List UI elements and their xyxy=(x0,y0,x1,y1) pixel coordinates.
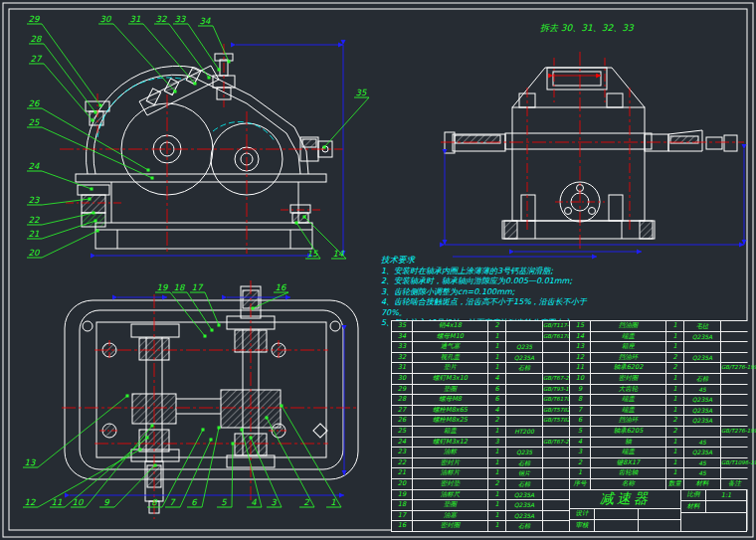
bom-cell: 2 xyxy=(488,416,505,426)
balloon-leader-dot xyxy=(208,77,211,80)
removed-parts-note: 拆去 30、31、32、33 xyxy=(540,23,635,33)
bom-cell xyxy=(543,363,570,373)
balloon-number: 13 xyxy=(25,457,36,467)
bom-cell: HT200 xyxy=(506,427,542,437)
bom-cell xyxy=(506,332,542,342)
bom-cell xyxy=(543,448,570,457)
balloon-number: 10 xyxy=(73,497,85,507)
balloon-leader-dot xyxy=(281,405,284,408)
bom-cell xyxy=(543,468,570,478)
bom-cell: 6 xyxy=(488,385,505,395)
bom-cell: GB/T1096-199 xyxy=(721,458,748,468)
bom-header-cell: 备注 xyxy=(721,479,748,489)
balloon-number: 30 xyxy=(100,14,112,24)
balloon-number: 2 xyxy=(303,497,309,507)
bom-cell: GB/T6170-2000 xyxy=(543,332,570,342)
bom-cell: 45 xyxy=(684,385,720,395)
balloon-number: 28 xyxy=(31,34,43,44)
balloon-number: 35 xyxy=(356,88,367,97)
bom-cell xyxy=(684,342,720,352)
bom-cell xyxy=(721,468,748,478)
bom-cell: 31 xyxy=(392,363,412,373)
bom-cell: 7 xyxy=(570,406,590,416)
balloon-number: 11 xyxy=(52,497,63,507)
bom-cell: 1 xyxy=(488,500,505,510)
bom-cell xyxy=(543,500,570,510)
checker-label: 审核 xyxy=(570,520,594,531)
bom-cell: 28 xyxy=(392,395,412,405)
bom-cell: 45 xyxy=(684,468,720,478)
balloon-leader-dot xyxy=(202,429,205,432)
bom-cell: Q235 xyxy=(506,448,542,457)
balloon-number: 19 xyxy=(157,282,168,292)
bom-cell: 3 xyxy=(570,448,590,457)
bom-cell: 挡油圈 xyxy=(591,321,665,331)
bom-cell: 垫圈 xyxy=(413,385,487,395)
balloon-leader-dot xyxy=(252,307,255,310)
bom-cell: Q235A xyxy=(506,511,542,521)
balloon-leader-dot xyxy=(232,443,235,446)
balloon-leader-dot xyxy=(323,146,326,149)
bom-cell: 1 xyxy=(488,353,505,363)
balloon-leader-dot xyxy=(154,464,157,467)
balloon-number: 20 xyxy=(29,248,41,258)
bom-cell: 27 xyxy=(392,406,412,416)
bom-cell: 4 xyxy=(488,374,505,384)
tech-note-line: 3、齿轮侧隙小调整为cn=0.100mm; xyxy=(381,287,595,298)
bom-cell: 大齿轮 xyxy=(591,385,665,395)
bom-cell: 石棉 xyxy=(684,374,720,384)
balloon-leader-line xyxy=(42,24,100,105)
bom-cell xyxy=(721,374,748,384)
bom-cell: 轴 xyxy=(591,438,665,448)
bom-cell: 1 xyxy=(666,468,683,478)
balloon-leader-line xyxy=(232,444,233,507)
balloon-number: 32 xyxy=(156,14,167,24)
balloon-number: 8 xyxy=(151,497,158,507)
bom-cell: 箱座 xyxy=(591,342,665,352)
balloon-leader-line xyxy=(42,127,152,178)
bom-cell: 密封片 xyxy=(413,458,487,468)
bom-cell: 5 xyxy=(570,427,590,437)
tech-notes: 技术要求 1、安装时在轴承内圈上涂薄薄的3号钙基润滑脂;2、安装轴承时，轴承轴向… xyxy=(381,255,595,329)
bom-header-cell: 序号 xyxy=(570,479,590,489)
tech-notes-title: 技术要求 xyxy=(381,255,595,266)
section-view-dimensions xyxy=(70,297,344,495)
bom-cell: Q235A xyxy=(684,353,720,363)
bom-cell xyxy=(721,395,748,405)
balloon-number: 27 xyxy=(31,54,43,64)
bom-cell: 1 xyxy=(666,385,683,395)
bom-cell: Q235A xyxy=(684,395,720,405)
bom-cell: 1 xyxy=(488,332,505,342)
bom-header-cell: 材料 xyxy=(684,479,720,489)
balloon-leader-line xyxy=(170,292,205,336)
bom-cell: GB/T67-2000 xyxy=(543,438,570,448)
bom-cell: GB/T5782-2000 xyxy=(543,406,570,416)
bom-cell xyxy=(721,353,748,363)
bom-cell: Q235A xyxy=(506,353,542,363)
bom-cell xyxy=(721,342,748,352)
part-number-balloons: 2928273031323334352625242322212015141918… xyxy=(23,14,369,507)
bom-cell: 34 xyxy=(392,332,412,342)
bom-cell: 32 xyxy=(392,353,412,363)
bom-cell: GB/T117-2000 xyxy=(543,321,570,331)
bom-cell xyxy=(543,353,570,363)
balloon-number: 25 xyxy=(29,117,40,127)
cad-sheet: { "drawing": { "title": "减速器", "scale_la… xyxy=(0,0,756,540)
bom-cell xyxy=(721,416,748,426)
bom-cell: 销4x18 xyxy=(413,321,487,331)
bom-cell: 1 xyxy=(488,458,505,468)
bom-cell: 9 xyxy=(570,385,590,395)
balloon-leader-dot xyxy=(94,220,97,223)
section-view-centerlines xyxy=(62,280,356,519)
bom-cell: 螺栓M8x65 xyxy=(413,406,487,416)
bom-cell: 3 xyxy=(488,438,505,448)
bom-cell: 35 xyxy=(392,321,412,331)
tech-note-line: 1、安装时在轴承内圈上涂薄薄的3号钙基润滑脂; xyxy=(381,267,595,277)
bom-cell: 油标 xyxy=(413,448,487,457)
balloon-number: 24 xyxy=(29,161,40,171)
balloon-leader-dot xyxy=(146,437,149,440)
bom-cell: 齿轮轴 xyxy=(591,468,665,478)
material-value xyxy=(706,501,746,512)
bom-cell: 20 xyxy=(392,479,412,489)
bom-cell: 1 xyxy=(488,427,505,437)
